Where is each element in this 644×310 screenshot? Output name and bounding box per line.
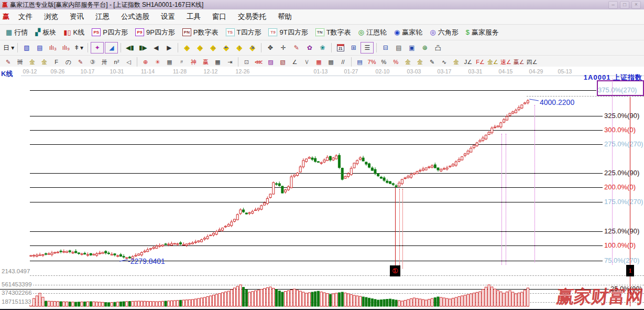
dense-grid-button[interactable]: ▩ [325,57,336,67]
toolbar-button-板块[interactable]: ▞板块 [31,27,60,38]
speed-angle-button[interactable]: 速∠ [500,57,512,67]
range-arrows-button[interactable]: ⇥ [224,57,235,67]
last-bar-button[interactable]: ▮▶ [137,42,149,53]
f-angle-button[interactable]: F∠ [475,57,486,67]
export-web-button[interactable]: ⊕ [419,42,431,53]
expand-vertical-button[interactable]: ◆↕ [233,42,245,53]
bars-3-button[interactable]: ılı₃ [47,42,59,53]
prev-bar-button[interactable]: ◀ [150,42,162,53]
fan-lines-button[interactable]: ⋘ [253,57,264,67]
ying-angle-button[interactable]: 赢∠ [513,57,525,67]
toolbar-button-9P四方形[interactable]: P99P四方形 [132,27,179,38]
report-list-button[interactable]: ☰ [361,42,374,54]
menu-item-公式选股[interactable]: 公式选股 [115,10,155,24]
percent-button[interactable]: % [378,57,389,67]
save-button[interactable]: ▣ [406,42,418,53]
angle-line-button[interactable]: ∠ [289,57,300,67]
fibonacci-button[interactable]: F [51,57,62,67]
calculator-2-button[interactable]: ⊟ [379,42,391,53]
four-angle-button[interactable]: 四∠ [526,57,538,67]
ying-tool-button[interactable]: 赢 [200,57,211,67]
kline-mode-button[interactable]: ✦ [91,42,104,54]
fit-view-button[interactable]: ◆⇲ [246,42,258,53]
expand-horizontal-button[interactable]: ◆↔ [207,42,219,53]
spiral-button[interactable]: の [63,57,74,67]
compress-horizontal-button[interactable]: ◆⇤ [220,42,232,53]
toolbar-button-9T四方形[interactable]: T99T四方形 [265,27,311,38]
cycle-marker-1[interactable]: 1 [626,265,634,276]
pan-hand-button[interactable]: ✥ [264,42,276,53]
title-bar[interactable]: 赢 赢家江恩专业版[赢家内部服务平台] - [上证指数 SH1A0001-167… [0,0,644,9]
period-selector-button[interactable]: 日 ▾ [3,42,15,53]
web-fan-button[interactable]: ✳ [152,57,163,67]
parallel-lines-button[interactable]: // [337,57,348,67]
close-button[interactable]: × [631,1,641,9]
gann-lines-button[interactable]: 卌 [15,57,26,67]
percent-lines-button[interactable]: % [390,57,401,67]
grid-box-button[interactable]: ▦ [164,57,175,67]
window-layout-button[interactable]: ▧ [20,42,32,53]
gold-circle-button[interactable]: 金 [402,57,413,67]
calculator-button[interactable]: ⊞ [347,42,359,53]
kline-chart-area[interactable]: K线 09-1209-2610-1710-3111-1411-2812-1212… [0,67,644,310]
cycle-marker-①[interactable]: ① [390,265,400,276]
marker-pen-button[interactable]: ✎ [290,42,302,53]
crosshair-circle-button[interactable]: ⊕ [140,57,151,67]
j-angle-button[interactable]: J∠ [463,57,474,67]
ink-pen-button[interactable]: ✎ [427,57,438,67]
scale-panel-button[interactable]: ▤ [354,57,365,67]
menu-item-帮助[interactable]: 帮助 [272,10,298,24]
v-lines-button[interactable]: Ｖ [301,57,312,67]
shift-right-button[interactable]: ◆→ [194,42,206,53]
menu-item-浏览[interactable]: 浏览 [38,10,64,24]
hatch-box-red-button[interactable]: ▧ [277,57,288,67]
time-lines-button[interactable]: 卅 [99,57,110,67]
toolbar-button-赢家轮[interactable]: ◉赢家轮 [390,27,426,38]
draw-pen-2-button[interactable]: ✎ [75,57,86,67]
gold-lines-button[interactable]: 金 [414,57,425,67]
calendar-button[interactable]: 21 [334,42,346,53]
menu-item-窗口[interactable]: 窗口 [206,10,232,24]
menu-item-交易委托[interactable]: 交易委托 [232,10,272,24]
window-controls[interactable]: –□× [608,1,641,9]
gold-grid-1-button[interactable]: 金 [27,57,38,67]
tick-marks-button[interactable]: 〃 [176,57,187,67]
wave-tool-button[interactable]: ∿ [439,57,450,67]
gann-brain-purple-button[interactable]: ✿ [303,42,315,53]
price-box-button[interactable]: ⊡ [241,57,252,67]
gann-brain-teal-button[interactable]: ❀ [316,42,329,53]
menu-item-资讯[interactable]: 资讯 [64,10,90,24]
square-n-button[interactable]: n² [111,57,122,67]
maximize-button[interactable]: □ [620,1,629,9]
toolbar-button-赢家服务[interactable]: $赢家服务 [462,27,503,38]
toolbar-button-六角形[interactable]: ◎六角形 [426,27,462,38]
shift-left-button[interactable]: ◆← [181,42,193,53]
next-bar-button[interactable]: ▶ [163,42,175,53]
gold-angle-button[interactable]: 金 [451,57,462,67]
crosshair-button[interactable]: ✛ [277,42,289,53]
info-panel-button[interactable]: ▤ [34,42,46,53]
print-button[interactable]: 凸 [432,42,444,53]
minimize-button[interactable]: – [608,1,618,9]
toolbar-button-P四方形[interactable]: PSP四方形 [88,27,132,38]
number-grid-button[interactable]: ▦ [212,57,223,67]
circle-3-button[interactable]: ③ [87,57,98,67]
notepad-button[interactable]: ▤ [392,42,405,53]
toolbar-button-P数字表[interactable]: PNP数字表 [179,27,222,38]
hatch-box-purple-button[interactable]: ▨ [265,57,276,67]
bars-9-button[interactable]: ılı₉ [60,42,72,53]
draw-pen-button[interactable]: ✎ [3,57,14,67]
toolbar-button-江恩轮[interactable]: ◎江恩轮 [355,27,390,38]
flag-tool-button[interactable]: ◁ [123,57,134,67]
menu-item-工具[interactable]: 工具 [181,10,206,24]
candle-style-button[interactable]: ǂ ▾ [73,42,85,53]
toolbar-button-行情[interactable]: ▦行情 [2,27,31,38]
gold-angle-2-button[interactable]: 金∠ [487,57,499,67]
toolbar-button-K线[interactable]: ▮▯K线 [60,27,88,38]
menu-item-文件[interactable]: 文件 [13,10,38,24]
gold-grid-2-button[interactable]: 金 [39,57,50,67]
shen-tool-button[interactable]: 神 [188,57,199,67]
first-bar-button[interactable]: ◀▮ [124,42,136,53]
percent-7-button[interactable]: 7% [366,57,377,67]
red-grid-button[interactable]: ▦ [313,57,324,67]
